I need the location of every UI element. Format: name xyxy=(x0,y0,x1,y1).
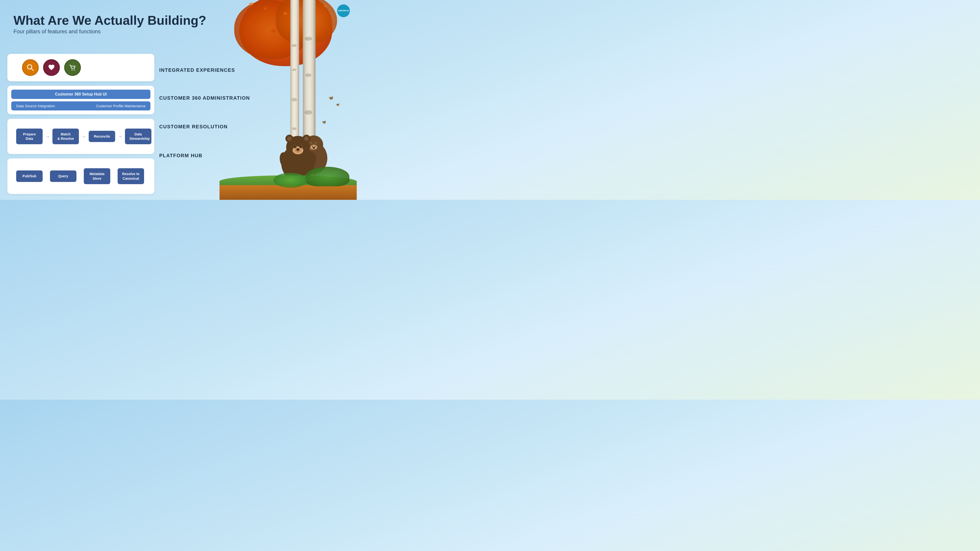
admin-bar-bottom: Data Source Integration Customer Profile… xyxy=(11,102,150,110)
main-content: Customer 360 Setup Hub UI Data Source In… xyxy=(7,54,349,194)
resolve-canonical-btn[interactable]: Resolve toCanonical xyxy=(118,168,144,184)
search-icon xyxy=(22,59,39,76)
label-admin: CUSTOMER 360 ADMINISTRATION xyxy=(159,84,349,112)
data-stewardship-btn[interactable]: DataStewardship xyxy=(125,129,151,144)
metadata-store-btn[interactable]: MetadataStore xyxy=(84,168,110,184)
label-platform: PLATFORM HUB xyxy=(159,141,349,170)
pillar-platform-card: Pub/Sub Query MetadataStore Resolve toCa… xyxy=(7,159,154,194)
svg-point-28 xyxy=(72,70,73,70)
svg-line-27 xyxy=(31,68,33,70)
prepare-data-btn[interactable]: Prepare Data xyxy=(16,129,43,144)
svg-point-29 xyxy=(74,70,75,70)
pillar-admin-card: Customer 360 Setup Hub UI Data Source In… xyxy=(7,86,154,114)
platform-flow: Pub/Sub Query MetadataStore Resolve toCa… xyxy=(14,164,148,188)
labels-container: INTEGRATED EXPERIENCES CUSTOMER 360 ADMI… xyxy=(159,54,349,170)
page-title: What Are We Actually Building? xyxy=(13,13,206,27)
header: What Are We Actually Building? Four pill… xyxy=(13,13,206,35)
heart-icon xyxy=(43,59,60,76)
logo-text: salesforce xyxy=(338,10,349,12)
pillars-container: Customer 360 Setup Hub UI Data Source In… xyxy=(7,54,154,194)
page-subtitle: Four pillars of features and functions xyxy=(13,29,206,35)
arrow-1: → xyxy=(45,134,50,139)
admin-bottom-right: Customer Profile Maintenance xyxy=(96,104,146,108)
admin-bottom-left: Data Source Integration xyxy=(16,104,55,108)
label-integrated: INTEGRATED EXPERIENCES xyxy=(159,56,349,84)
pubsub-btn[interactable]: Pub/Sub xyxy=(16,170,43,182)
reconcile-btn[interactable]: Reconcile xyxy=(89,131,115,142)
match-resolve-btn[interactable]: Match& Resolve xyxy=(52,129,79,144)
query-btn[interactable]: Query xyxy=(50,170,76,182)
arrow-3: → xyxy=(118,134,123,139)
label-resolution: CUSTOMER RESOLUTION xyxy=(159,112,349,141)
admin-bar-top: Customer 360 Setup Hub UI xyxy=(11,90,150,99)
cart-icon xyxy=(64,59,81,76)
arrow-2: → xyxy=(81,134,86,139)
resolution-flow: Prepare Data → Match& Resolve → Reconcil… xyxy=(14,124,148,149)
pillar-resolution-card: Prepare Data → Match& Resolve → Reconcil… xyxy=(7,119,154,154)
pillar-integrated-card xyxy=(7,54,154,81)
salesforce-logo: salesforce xyxy=(337,5,350,17)
